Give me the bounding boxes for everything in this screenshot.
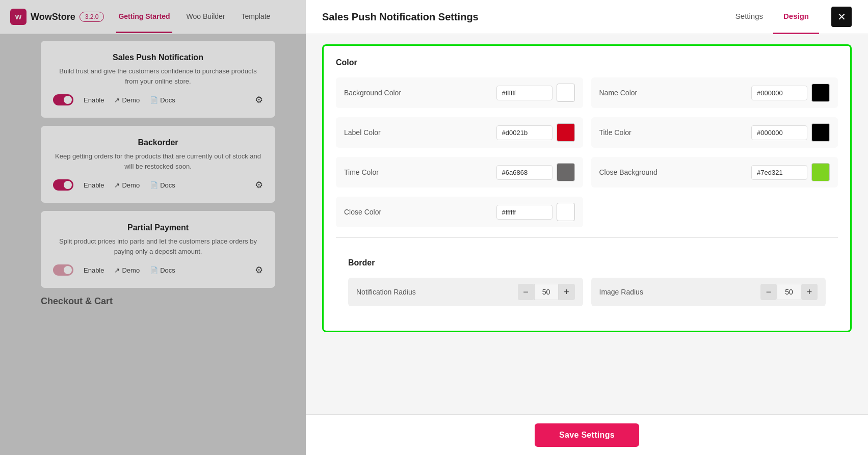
close-color-label: Close Color xyxy=(344,208,490,216)
tab-settings[interactable]: Settings xyxy=(725,0,773,34)
modal-close-button[interactable]: ✕ xyxy=(831,7,852,27)
modal-body: Color Background Color Labe xyxy=(306,34,868,414)
color-grid-left: Background Color Label Color xyxy=(336,77,583,227)
title-color-label: Title Color xyxy=(599,128,746,137)
notification-radius-row: Notification Radius − 50 + xyxy=(348,278,583,306)
name-color-input-group xyxy=(751,84,830,102)
title-color-row: Title Color xyxy=(591,117,838,148)
modal-header: Sales Push Notification Settings Setting… xyxy=(306,0,868,34)
close-color-input[interactable] xyxy=(496,205,553,220)
close-background-swatch[interactable] xyxy=(811,163,830,181)
notification-radius-label: Notification Radius xyxy=(356,288,512,296)
close-background-label: Close Background xyxy=(599,168,746,176)
close-color-row: Close Color xyxy=(336,197,583,227)
time-color-label: Time Color xyxy=(344,168,490,176)
notification-radius-stepper: − 50 + xyxy=(518,284,575,300)
image-radius-stepper: − 50 + xyxy=(760,284,818,300)
background-color-swatch[interactable] xyxy=(557,84,575,102)
background-color-input-group xyxy=(496,84,575,102)
time-color-input-group xyxy=(496,163,575,181)
label-color-swatch[interactable] xyxy=(557,123,575,142)
image-radius-row: Image Radius − 50 + xyxy=(591,278,826,306)
tab-design[interactable]: Design xyxy=(773,0,819,34)
modal-title: Sales Push Notification Settings xyxy=(322,11,725,23)
background-color-input[interactable] xyxy=(496,86,553,100)
border-section-heading: Border xyxy=(348,258,826,267)
border-section: Border Notification Radius − 50 + Image … xyxy=(336,248,838,318)
time-color-input[interactable] xyxy=(496,165,553,180)
design-section: Color Background Color Labe xyxy=(322,44,852,332)
close-background-input-group xyxy=(751,163,830,181)
name-color-input[interactable] xyxy=(751,86,807,100)
title-color-swatch[interactable] xyxy=(811,123,830,142)
label-color-label: Label Color xyxy=(344,128,490,137)
name-color-row: Name Color xyxy=(591,77,838,108)
image-radius-value: 50 xyxy=(777,284,801,300)
close-color-input-group xyxy=(496,203,575,221)
notification-radius-decrement[interactable]: − xyxy=(518,284,534,300)
modal-tabs: Settings Design xyxy=(725,0,819,34)
notification-radius-increment[interactable]: + xyxy=(559,284,575,300)
background-color-label: Background Color xyxy=(344,89,490,97)
close-color-swatch[interactable] xyxy=(557,203,575,221)
time-color-swatch[interactable] xyxy=(557,163,575,181)
name-color-label: Name Color xyxy=(599,89,746,97)
label-color-input-group xyxy=(496,123,575,142)
border-grid: Notification Radius − 50 + Image Radius … xyxy=(348,278,826,306)
image-radius-decrement[interactable]: − xyxy=(760,284,777,300)
name-color-swatch[interactable] xyxy=(811,84,830,102)
image-radius-increment[interactable]: + xyxy=(801,284,818,300)
modal-footer: Save Settings xyxy=(306,414,868,455)
image-radius-label: Image Radius xyxy=(599,288,755,296)
label-color-input[interactable] xyxy=(496,125,553,140)
notification-radius-value: 50 xyxy=(534,284,559,300)
background-overlay xyxy=(0,0,306,455)
title-color-input[interactable] xyxy=(751,125,807,140)
settings-modal: Sales Push Notification Settings Setting… xyxy=(306,0,868,455)
color-section-heading: Color xyxy=(336,58,838,67)
save-settings-button[interactable]: Save Settings xyxy=(535,423,639,447)
title-color-input-group xyxy=(751,123,830,142)
label-color-row: Label Color xyxy=(336,117,583,148)
color-grid-right: Name Color Title Color xyxy=(591,77,838,227)
background-color-row: Background Color xyxy=(336,77,583,108)
close-background-row: Close Background xyxy=(591,157,838,188)
color-grid: Background Color Label Color xyxy=(336,77,838,227)
close-background-input[interactable] xyxy=(751,165,807,180)
time-color-row: Time Color xyxy=(336,157,583,188)
section-divider xyxy=(336,237,838,238)
